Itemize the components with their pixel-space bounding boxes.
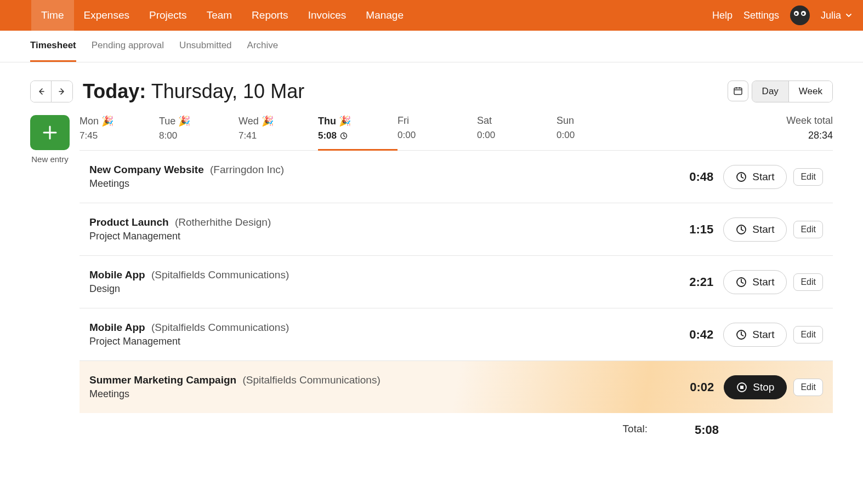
start-label: Start: [752, 224, 774, 236]
weekday-name: Fri: [398, 115, 477, 127]
calendar-icon: [733, 86, 743, 96]
entry-client: (Spitalfields Communications): [242, 374, 380, 386]
weekday-time: 5:08: [318, 130, 398, 141]
weekday-time: 7:45: [80, 130, 159, 141]
clock-icon: [736, 224, 747, 235]
edit-button[interactable]: Edit: [793, 168, 823, 186]
entry-time: 1:15: [664, 222, 713, 237]
total-row: Total: 5:08: [80, 413, 833, 437]
week-strip: Mon 🎉7:45Tue 🎉8:00Wed 🎉7:41Thu 🎉5:08Fri0…: [80, 115, 833, 151]
day-view-button[interactable]: Day: [752, 81, 789, 102]
arrow-right-icon: [58, 87, 66, 96]
stop-button[interactable]: Stop: [724, 375, 787, 399]
start-label: Start: [752, 329, 774, 341]
clock-icon: [736, 171, 747, 182]
start-button[interactable]: Start: [723, 270, 787, 294]
entry-client: (Spitalfields Communications): [151, 269, 289, 280]
weekday-sun[interactable]: Sun0:00: [557, 115, 636, 150]
weekday-time: 0:00: [557, 130, 636, 141]
entry-title: Mobile App (Spitalfields Communications): [89, 269, 664, 281]
nav-item-manage[interactable]: Manage: [356, 0, 413, 31]
start-button[interactable]: Start: [723, 165, 787, 189]
start-button[interactable]: Start: [723, 323, 787, 347]
nav-item-projects[interactable]: Projects: [139, 0, 197, 31]
nav-item-time[interactable]: Time: [31, 0, 74, 31]
entry-title: New Company Website (Farringdon Inc): [89, 164, 664, 176]
help-link[interactable]: Help: [712, 10, 733, 21]
start-label: Start: [752, 276, 774, 288]
arrow-left-icon: [37, 87, 46, 96]
username: Julia: [821, 10, 841, 21]
edit-button[interactable]: Edit: [793, 379, 823, 396]
avatar[interactable]: [790, 5, 810, 25]
entry-info: Mobile App (Spitalfields Communications)…: [89, 322, 664, 347]
settings-link[interactable]: Settings: [743, 10, 779, 21]
entry-row: Summer Marketing Campaign (Spitalfields …: [80, 361, 833, 413]
page-header: Today: Thursday, 10 Mar Day Week: [30, 80, 833, 103]
entry-row: New Company Website (Farringdon Inc)Meet…: [80, 151, 833, 203]
entry-task: Project Management: [89, 336, 664, 347]
week-view-button[interactable]: Week: [789, 81, 832, 102]
entry-project: Product Launch: [89, 216, 169, 228]
svg-rect-0: [734, 88, 742, 95]
entry-client: (Rotherhithe Design): [175, 216, 271, 228]
nav-item-reports[interactable]: Reports: [242, 0, 298, 31]
chevron-down-icon: [845, 12, 852, 19]
weekday-name: Mon 🎉: [80, 115, 159, 127]
week-total-label: Week total: [786, 115, 833, 127]
entry-task: Meetings: [89, 388, 665, 400]
entry-task: Design: [89, 283, 664, 295]
edit-button[interactable]: Edit: [793, 221, 823, 238]
entry-time: 0:48: [664, 170, 713, 184]
user-menu[interactable]: Julia: [821, 10, 852, 21]
entry-row: Product Launch (Rotherhithe Design)Proje…: [80, 203, 833, 256]
tab-timesheet[interactable]: Timesheet: [30, 31, 76, 62]
entry-project: New Company Website: [89, 164, 204, 175]
weekday-name: Thu 🎉: [318, 115, 398, 127]
entry-title: Product Launch (Rotherhithe Design): [89, 216, 664, 228]
entry-row: Mobile App (Spitalfields Communications)…: [80, 308, 833, 361]
clock-icon: [736, 277, 747, 288]
svg-rect-7: [740, 386, 743, 389]
entry-info: Summer Marketing Campaign (Spitalfields …: [89, 374, 665, 400]
weekday-mon[interactable]: Mon 🎉7:45: [80, 115, 159, 150]
new-entry-button[interactable]: [30, 115, 70, 150]
entry-client: (Spitalfields Communications): [151, 322, 289, 333]
weekday-tue[interactable]: Tue 🎉8:00: [159, 115, 239, 150]
sub-tabs: TimesheetPending approvalUnsubmittedArch…: [0, 31, 863, 62]
weekday-time: 8:00: [159, 130, 239, 141]
stop-label: Stop: [753, 381, 774, 393]
weekday-time: 0:00: [398, 130, 477, 141]
weekday-thu[interactable]: Thu 🎉5:08: [318, 115, 398, 151]
stop-icon: [736, 382, 747, 393]
week-total: Week total28:34: [786, 115, 833, 150]
nav-item-team[interactable]: Team: [197, 0, 242, 31]
entry-time: 2:21: [664, 275, 713, 289]
clock-icon: [736, 329, 747, 340]
nav-item-invoices[interactable]: Invoices: [298, 0, 356, 31]
calendar-button[interactable]: [728, 81, 748, 101]
tab-unsubmitted[interactable]: Unsubmitted: [179, 31, 231, 62]
weekday-wed[interactable]: Wed 🎉7:41: [239, 115, 318, 150]
start-button[interactable]: Start: [723, 217, 787, 242]
weekday-name: Sat: [477, 115, 557, 127]
edit-button[interactable]: Edit: [793, 273, 823, 291]
entry-info: New Company Website (Farringdon Inc)Meet…: [89, 164, 664, 190]
tab-archive[interactable]: Archive: [247, 31, 279, 62]
start-label: Start: [752, 171, 774, 183]
entry-info: Mobile App (Spitalfields Communications)…: [89, 269, 664, 295]
page-title-date: Thursday, 10 Mar: [151, 80, 304, 102]
nav-item-expenses[interactable]: Expenses: [74, 0, 139, 31]
top-nav: TimeExpensesProjectsTeamReportsInvoicesM…: [0, 0, 863, 31]
weekday-sat[interactable]: Sat0:00: [477, 115, 557, 150]
entry-project: Mobile App: [89, 269, 145, 280]
tab-pending-approval[interactable]: Pending approval: [92, 31, 164, 62]
prev-day-button[interactable]: [31, 81, 52, 102]
weekday-name: Wed 🎉: [239, 115, 318, 127]
view-toggle: Day Week: [752, 81, 833, 102]
next-day-button[interactable]: [52, 81, 72, 102]
edit-button[interactable]: Edit: [793, 326, 823, 343]
entries-list: New Company Website (Farringdon Inc)Meet…: [80, 151, 833, 413]
weekday-fri[interactable]: Fri0:00: [398, 115, 477, 150]
entry-project: Summer Marketing Campaign: [89, 374, 236, 386]
